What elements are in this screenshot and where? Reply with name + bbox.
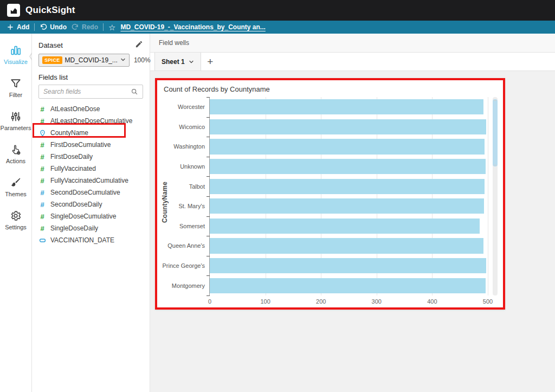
x-tick-label: 200 [316,298,326,305]
chart-title: Count of Records by Countyname [157,80,503,95]
visual-bar-chart[interactable]: Count of Records by Countyname CountyNam… [155,78,505,310]
pencil-icon [135,40,143,48]
brand-title: QuickSight [25,5,75,16]
bar-worcester[interactable] [210,99,483,114]
dataset-name: MD_COVID-19_... [65,56,118,64]
x-tick-label: 300 [372,298,382,305]
bar-st-mary-s[interactable] [210,198,484,214]
field-item-AtLeastOneDose[interactable]: #AtLeastOneDose [38,103,143,115]
search-icon [131,88,138,95]
bar-slot [210,117,488,137]
field-name: FirstDoseCumulative [50,141,111,149]
sliders-icon [10,111,22,123]
field-item-FullyVaccinatedCumulative[interactable]: #FullyVaccinatedCumulative [38,175,143,187]
favorite-star-icon[interactable]: ☆ [108,23,115,31]
add-sheet-button[interactable]: + [201,53,220,70]
analysis-canvas: Count of Records by Countyname CountyNam… [150,71,555,392]
nav-item-actions[interactable]: Actions [0,144,31,164]
bar-slot [210,137,488,157]
spice-capacity: 100% [134,56,151,64]
number-field-icon: # [38,142,46,149]
field-name: FirstDoseDaily [50,153,93,160]
bar-prince-george-s[interactable] [210,258,486,273]
field-name: SingleDoseCumulative [50,213,116,220]
y-tick-label: Wicomico [170,117,209,137]
nav-label: Parameters [1,125,31,131]
field-name: FullyVaccinated [50,165,96,172]
nav-item-settings[interactable]: Settings [0,210,31,230]
y-axis-title: CountyName [159,97,170,307]
nav-item-filter[interactable]: Filter [0,78,31,98]
field-name: AtLeastOneDose [50,105,100,113]
add-button-label: Add [17,23,29,31]
y-tick-label: Washington [170,137,209,157]
field-item-SingleDoseDaily[interactable]: #SingleDoseDaily [38,222,143,234]
dataset-panel: Dataset SPICE MD_COVID-19_... 100% Field… [32,34,150,392]
undo-button[interactable]: Undo [40,23,67,31]
y-tick-label: Queen Anne's [170,236,209,256]
field-name: AtLeastOneDoseCumulative [50,117,132,125]
field-item-SecondDoseCumulative[interactable]: #SecondDoseCumulative [38,187,143,198]
bar-slot [210,236,488,256]
chart-scrollbar[interactable] [493,97,498,295]
spice-badge: SPICE [42,56,62,64]
field-item-AtLeastOneDoseCumulative[interactable]: #AtLeastOneDoseCumulative [38,115,143,127]
search-box [38,85,143,99]
edit-dataset-button[interactable] [135,40,143,50]
search-fields-input[interactable] [43,88,131,95]
field-item-FullyVaccinated[interactable]: #FullyVaccinated [38,163,143,175]
number-field-icon: # [38,213,46,220]
analysis-title[interactable]: MD_COVID-19_-_Vaccinations_by_County an.… [120,23,265,31]
bar-montgomery[interactable] [210,278,486,293]
main-area: Visualize Filter Parameters Actions Them… [0,34,555,392]
bar-washington[interactable] [210,139,485,154]
scrollbar-thumb[interactable] [493,99,498,166]
y-tick-label: Prince George's [170,256,209,276]
y-tick-label: Talbot [170,176,209,196]
field-item-SecondDoseDaily[interactable]: #SecondDoseDaily [38,198,143,210]
field-wells-bar[interactable]: Field wells [150,34,555,53]
toolbar-divider [34,23,35,31]
bar-queen-anne-s[interactable] [210,238,483,253]
bar-unknown[interactable] [210,159,486,174]
x-tick-label: 100 [260,298,270,305]
bar-slot [210,216,488,236]
bar-talbot[interactable] [210,179,485,194]
redo-button[interactable]: Redo [72,23,98,31]
field-name: VACCINATION_DATE [50,236,114,244]
field-item-FirstDoseDaily[interactable]: #FirstDoseDaily [38,151,143,163]
left-nav: Visualize Filter Parameters Actions Them… [0,34,32,392]
chevron-down-icon [120,56,126,64]
field-item-VACCINATION_DATE[interactable]: VACCINATION_DATE [38,234,143,246]
y-axis-labels: WorcesterWicomicoWashingtonUnknownTalbot… [170,97,209,295]
tab-sheet-1[interactable]: Sheet 1 [154,53,201,70]
bar-somerset[interactable] [210,219,480,234]
number-field-icon: # [38,153,46,160]
quicksight-logo-icon[interactable] [7,4,20,17]
nav-item-visualize[interactable]: Visualize [0,44,31,65]
number-field-icon: # [38,189,46,196]
y-tick-label: Worcester [170,97,209,117]
number-field-icon: # [38,165,46,172]
dataset-dropdown[interactable]: SPICE MD_COVID-19_... [38,54,130,67]
paint-brush-icon [10,177,22,189]
nav-item-themes[interactable]: Themes [0,177,31,197]
number-field-icon: # [38,225,46,232]
number-field-icon: # [38,106,46,113]
field-name: FullyVaccinatedCumulative [50,177,128,184]
workspace: Field wells Sheet 1 + Count of Records b… [150,34,555,392]
y-tick-label: Unknown [170,157,209,177]
field-item-FirstDoseCumulative[interactable]: #FirstDoseCumulative [38,139,143,151]
x-tick-label: 0 [208,298,211,305]
field-item-SingleDoseCumulative[interactable]: #SingleDoseCumulative [38,210,143,222]
add-button[interactable]: Add [7,23,29,31]
sheet-tab-label: Sheet 1 [162,58,185,66]
bar-slot [210,176,488,196]
field-name: SecondDoseCumulative [50,189,120,196]
fields-list-heading: Fields list [38,73,143,81]
y-tick-label: Somerset [170,216,209,236]
nav-label: Filter [9,92,22,98]
bar-wicomico[interactable] [210,119,486,134]
nav-item-parameters[interactable]: Parameters [0,111,31,131]
field-item-CountyName[interactable]: CountyName [38,127,143,139]
